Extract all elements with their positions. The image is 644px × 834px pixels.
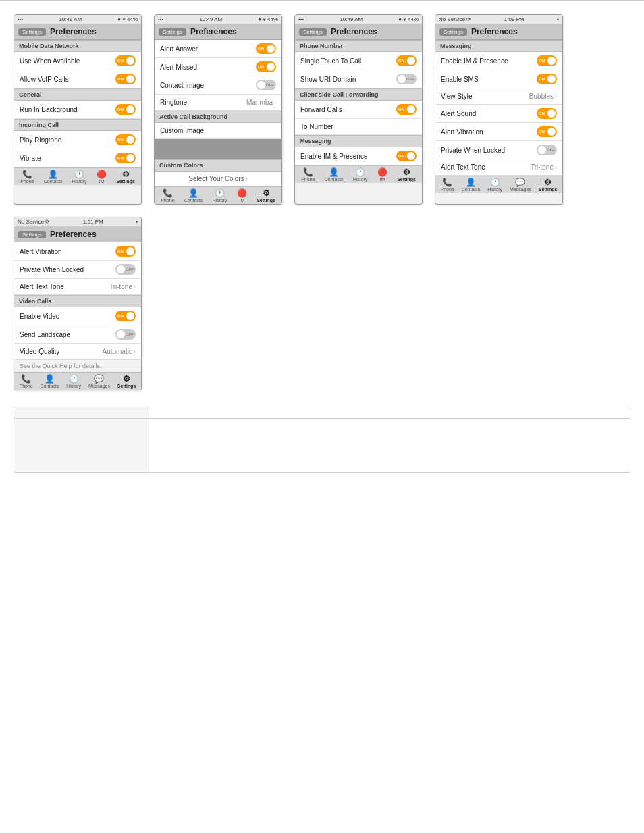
tab-label-phone-4: Phone [440,187,454,192]
toggle-contact-image[interactable] [256,80,276,90]
toggle-use-when-available[interactable] [115,55,136,66]
tab-history-1[interactable]: 🕐 History [72,170,87,184]
back-button-5[interactable]: Settings [18,231,46,238]
tab-contacts-1[interactable]: 👤 Contacts [44,170,63,184]
status-bar-4: No Service ⟳ 1:09 PM ▪ [435,15,562,24]
row-contact-image[interactable]: Contact Image [155,76,281,95]
section-header-mobile-data: Mobile Data Network [14,40,141,52]
tab-settings-4[interactable]: ⚙ Settings [539,178,558,192]
toggle-private-when-locked-5[interactable] [115,264,136,275]
row-private-when-locked-5[interactable]: Private When Locked [14,261,141,279]
tab-messages-4[interactable]: 💬 Messages [510,178,531,192]
row-private-when-locked-4[interactable]: Private When Locked [435,141,562,159]
row-view-style[interactable]: View Style Bubbles › [435,88,562,105]
content-1: Mobile Data Network Use When Available A… [14,40,141,167]
back-button-1[interactable]: Settings [18,28,46,36]
tab-settings-2[interactable]: ⚙ Settings [257,189,275,203]
toggle-alert-answer[interactable] [256,43,276,54]
tab-messages-5[interactable]: 💬 Messages [88,375,110,388]
toggle-alert-sound[interactable] [537,108,557,119]
tab-contacts-3[interactable]: 👤 Contacts [325,168,344,182]
tab-phone-3[interactable]: 📞 Phone [301,168,315,182]
tab-history-4[interactable]: 🕐 History [487,178,502,192]
toggle-forward-calls[interactable] [396,104,417,115]
toggle-enable-im-presence-4[interactable] [537,55,557,66]
row-single-touch[interactable]: Single Touch To Call [295,52,422,70]
row-video-quality[interactable]: Video Quality Automatic › [14,344,141,360]
row-play-ringtone[interactable]: Play Ringtone [14,131,141,149]
row-alert-text-tone-5[interactable]: Alert Text Tone Tri-tone › [14,279,141,295]
toggle-play-ringtone[interactable] [115,134,136,145]
tab-history-2[interactable]: 🕐 History [213,189,227,203]
row-alert-missed[interactable]: Alert Missed [155,58,281,76]
tab-im-2[interactable]: 🔴 IM [237,189,247,203]
row-enable-video[interactable]: Enable Video [14,307,141,325]
tab-settings-1[interactable]: ⚙ Settings [116,170,135,184]
tab-im-1[interactable]: 🔴 IM [97,170,107,184]
label-play-ringtone: Play Ringtone [20,136,61,144]
row-enable-im[interactable]: Enable IM & Presence [295,147,422,165]
toggle-single-touch[interactable] [396,55,417,66]
toggle-private-when-locked-4[interactable] [537,145,557,155]
label-show-uri-domain: Show URI Domain [300,76,356,83]
label-view-style: View Style [441,93,473,100]
tab-label-im-3: IM [379,177,385,182]
row-vibrate[interactable]: Vibrate [14,149,141,167]
toggle-show-uri-domain[interactable] [396,74,417,84]
row-ringtone[interactable]: Ringtone Marimba › [155,95,281,111]
row-to-number[interactable]: To Number [295,119,422,135]
row-allow-voip[interactable]: Allow VoIP Calls [14,70,141,88]
tab-history-3[interactable]: 🕐 History [353,168,368,182]
toggle-alert-vibration-4[interactable] [537,126,557,137]
row-run-background[interactable]: Run In Background [14,101,141,119]
row-select-colors[interactable]: Select Your Colors › [155,172,281,186]
tab-phone-5[interactable]: 📞 Phone [19,375,32,388]
tab-contacts-2[interactable]: 👤 Contacts [184,189,203,203]
toggle-enable-video[interactable] [115,311,136,321]
status-bar-5: No Service ⟳ 1:51 PM ▪ [14,217,141,227]
label-forward-calls: Forward Calls [300,106,342,113]
row-send-landscape[interactable]: Send Landscape [14,325,141,344]
tab-phone-1[interactable]: 📞 Phone [20,170,34,184]
toggle-run-background[interactable] [115,104,136,115]
tab-im-3[interactable]: 🔴 IM [377,168,387,182]
row-alert-answer[interactable]: Alert Answer [155,40,281,58]
row-custom-image[interactable]: Custom Image [155,123,281,139]
label-alert-text-tone-4: Alert Text Tone [441,163,485,171]
row-alert-sound[interactable]: Alert Sound [435,105,562,123]
tab-phone-4[interactable]: 📞 Phone [440,178,454,192]
back-button-2[interactable]: Settings [159,28,186,36]
row-alert-text-tone-4[interactable]: Alert Text Tone Tri-tone › [435,159,562,176]
toggle-send-landscape[interactable] [115,329,136,340]
phone-icon-3: 📞 [303,168,313,176]
tab-settings-5[interactable]: ⚙ Settings [117,375,136,388]
tab-bar-1: 📞 Phone 👤 Contacts 🕐 History 🔴 IM ⚙ [14,167,141,185]
table-cell-col1 [14,419,149,473]
row-forward-calls[interactable]: Forward Calls [295,101,422,119]
tab-contacts-4[interactable]: 👤 Contacts [462,178,481,192]
row-enable-sms[interactable]: Enable SMS [435,70,562,88]
back-button-4[interactable]: Settings [439,28,467,36]
settings-icon-3: ⚙ [403,168,410,176]
nav-title-3: Preferences [331,27,377,36]
toggle-allow-voip[interactable] [115,74,136,84]
toggle-alert-vibration-5[interactable] [115,246,136,257]
row-show-uri-domain[interactable]: Show URI Domain [295,70,422,88]
row-enable-im-presence-4[interactable]: Enable IM & Presence [435,52,562,70]
toggle-enable-sms[interactable] [537,74,557,84]
row-alert-vibration-5[interactable]: Alert Vibration [14,242,141,261]
row-alert-vibration-4[interactable]: Alert Vibration [435,123,562,141]
section-header-general: General [14,88,141,101]
back-button-3[interactable]: Settings [299,28,327,36]
row-use-when-available[interactable]: Use When Available [14,52,141,70]
tab-settings-3[interactable]: ⚙ Settings [397,168,416,182]
tab-history-5[interactable]: 🕐 History [66,375,81,388]
tab-phone-2[interactable]: 📞 Phone [161,189,174,203]
toggle-vibrate[interactable] [115,153,136,163]
toggle-alert-missed[interactable] [256,61,276,72]
label-enable-im: Enable IM & Presence [300,153,368,160]
toggle-enable-im[interactable] [396,151,417,161]
tab-contacts-5[interactable]: 👤 Contacts [41,375,59,388]
select-colors-link[interactable]: Select Your Colors › [188,175,247,182]
value-alert-text-tone-4: Tri-tone › [531,163,557,171]
